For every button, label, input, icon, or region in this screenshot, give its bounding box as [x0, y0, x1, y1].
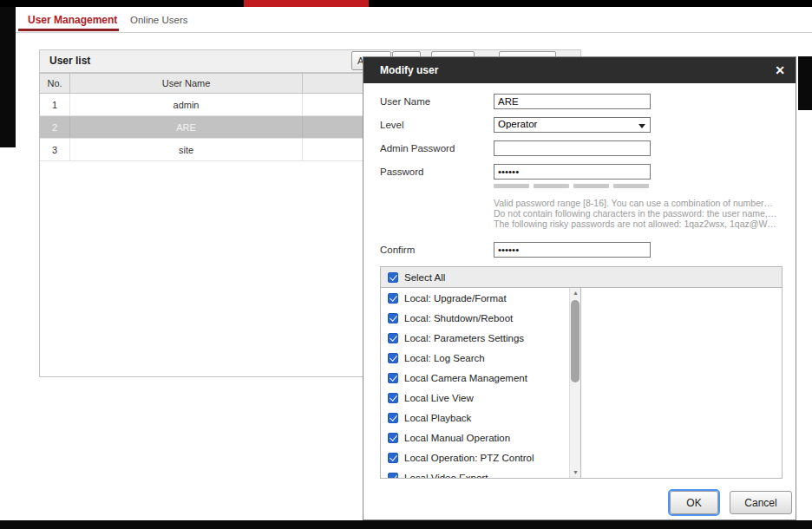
user-name-field[interactable] — [494, 94, 651, 109]
permission-item[interactable]: Local: Upgrade/Format — [381, 288, 580, 308]
level-label: Level — [380, 120, 404, 130]
permission-checkbox[interactable] — [388, 473, 398, 479]
right-dark-panel — [798, 56, 812, 110]
tabs-divider — [16, 32, 812, 33]
permission-label: Local Video Export — [404, 473, 488, 479]
bottom-dark-panel — [0, 520, 812, 529]
permission-checkbox[interactable] — [388, 293, 398, 304]
cell-no: 3 — [40, 139, 70, 160]
tab-user-management[interactable]: User Management — [28, 14, 117, 26]
cell-user-name: admin — [70, 94, 303, 115]
admin-password-field[interactable] — [494, 140, 651, 156]
level-select[interactable]: Operator — [494, 117, 651, 133]
modify-user-dialog: Modify user ✕ User Name Level Operator A… — [363, 56, 796, 520]
header-cell-no: No. — [40, 74, 70, 93]
permission-item[interactable]: Local Video Export — [381, 467, 580, 478]
permission-item[interactable]: Local Live View — [381, 388, 580, 408]
permissions-empty-panel — [582, 288, 782, 478]
permission-checkbox[interactable] — [388, 413, 398, 423]
password-hint-line: The following risky passwords are not al… — [494, 219, 783, 230]
permission-item[interactable]: Local: Log Search — [381, 348, 580, 368]
permission-item[interactable]: Local Camera Management — [381, 368, 580, 388]
permission-checkbox[interactable] — [388, 373, 398, 383]
cell-user-name: site — [70, 139, 303, 160]
ok-button[interactable]: OK — [670, 491, 718, 514]
password-hint-line: Valid password range [8-16]. You can use… — [494, 198, 783, 209]
permission-label: Local Playback — [404, 413, 471, 423]
password-strength-segment — [534, 184, 569, 188]
permission-label: Local Operation: PTZ Control — [404, 453, 534, 463]
permission-checkbox[interactable] — [388, 333, 398, 343]
admin-password-label: Admin Password — [380, 143, 455, 153]
select-all-checkbox[interactable] — [388, 272, 398, 283]
scroll-up-icon[interactable]: ▲ — [570, 288, 581, 298]
cell-no: 1 — [40, 94, 70, 115]
scroll-down-icon[interactable]: ▼ — [570, 467, 581, 478]
level-select-value: Operator — [498, 119, 537, 129]
permissions-panel: Select All Local: Upgrade/Format Local: … — [380, 266, 783, 479]
app-window: User Management Online Users User list A… — [0, 0, 812, 529]
permission-label: Local: Log Search — [404, 353, 485, 363]
active-tab-underline — [18, 29, 119, 31]
permission-label: Local: Upgrade/Format — [404, 293, 507, 304]
confirm-password-field[interactable] — [494, 242, 651, 258]
left-dark-panel — [0, 7, 16, 147]
tab-online-users[interactable]: Online Users — [130, 15, 187, 25]
password-field[interactable] — [494, 164, 651, 180]
password-hint-line: Do not contain following characters in t… — [494, 208, 783, 219]
close-icon[interactable]: ✕ — [775, 57, 785, 83]
permission-checkbox[interactable] — [388, 353, 398, 363]
top-bar — [0, 0, 812, 7]
permission-label: Local: Parameters Settings — [404, 333, 524, 343]
permission-item[interactable]: Local: Parameters Settings — [381, 328, 580, 348]
header-cell-user-name: User Name — [70, 74, 303, 93]
password-strength-segment — [573, 184, 609, 188]
user-list-title: User list — [49, 49, 90, 73]
permission-label: Local Live View — [404, 393, 474, 403]
select-all-label: Select All — [404, 272, 445, 283]
permission-label: Local Camera Management — [404, 373, 527, 383]
chevron-down-icon — [638, 124, 645, 128]
password-label: Password — [380, 167, 424, 177]
scrollbar-thumb[interactable] — [571, 300, 580, 382]
permission-checkbox[interactable] — [388, 453, 398, 463]
permission-label: Local: Shutdown/Reboot — [404, 313, 513, 323]
user-name-label: User Name — [380, 96, 430, 107]
confirm-label: Confirm — [380, 245, 415, 255]
permissions-scrollbar[interactable]: ▲ ▼ — [569, 288, 580, 478]
cell-no: 2 — [40, 116, 70, 138]
permission-item[interactable]: Local: Shutdown/Reboot — [381, 308, 580, 328]
permission-checkbox[interactable] — [388, 313, 398, 323]
permission-item[interactable]: Local Manual Operation — [381, 428, 580, 447]
permission-checkbox[interactable] — [388, 433, 398, 443]
permission-item[interactable]: Local Operation: PTZ Control — [381, 447, 580, 467]
permission-checkbox[interactable] — [388, 393, 398, 403]
cell-user-name: ARE — [70, 116, 303, 138]
permission-item[interactable]: Local Playback — [381, 408, 580, 428]
select-all-row[interactable]: Select All — [381, 267, 782, 288]
password-strength-segment — [613, 184, 649, 188]
cancel-button[interactable]: Cancel — [730, 491, 792, 514]
permissions-list: Local: Upgrade/Format Local: Shutdown/Re… — [381, 288, 581, 478]
top-bar-accent — [244, 0, 369, 7]
permission-label: Local Manual Operation — [404, 433, 510, 443]
password-strength-segment — [494, 184, 529, 188]
dialog-title: Modify user — [363, 57, 796, 83]
